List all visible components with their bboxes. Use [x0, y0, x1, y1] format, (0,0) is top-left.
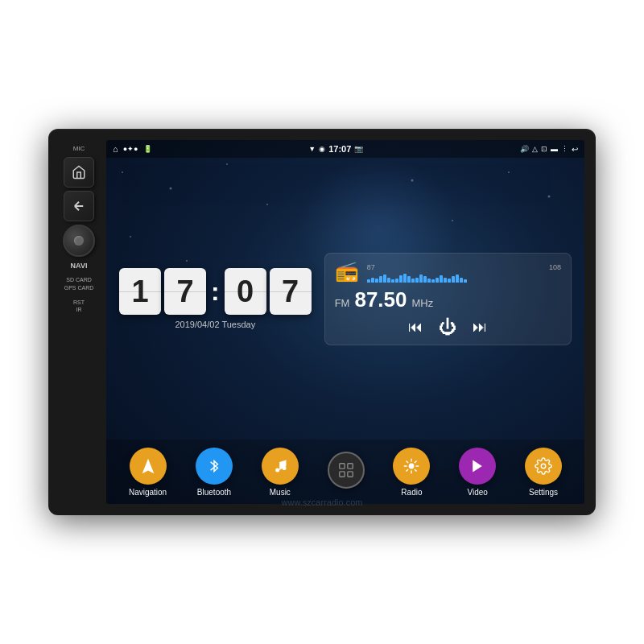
freq-bar	[383, 275, 386, 283]
app-label-video: Video	[468, 488, 488, 497]
app-navigation[interactable]: Navigation	[129, 448, 167, 497]
freq-bar	[456, 275, 459, 283]
freq-bar	[427, 279, 431, 283]
sd-gps-labels: SD CARD GPS CARD	[64, 276, 94, 292]
min2-digit: 7	[270, 268, 312, 315]
app-circle-music	[262, 448, 299, 485]
freq-bar	[444, 278, 447, 283]
status-box-icon: ⊡	[541, 145, 547, 153]
freq-bar	[367, 279, 370, 283]
freq-bar	[371, 278, 374, 283]
app-menu[interactable]	[328, 452, 365, 492]
app-label-navigation: Navigation	[129, 488, 167, 497]
status-battery-icon: 🔋	[143, 145, 152, 153]
fm-label: FM	[335, 297, 350, 309]
status-home-icon: ⌂	[113, 144, 118, 154]
left-panel: MIC NAVI SD CARD GPS CARD RST IR	[55, 145, 103, 499]
rst-ir-labels: RST IR	[73, 299, 85, 315]
next-button[interactable]: ⏭	[473, 319, 487, 336]
clock-separator: :	[211, 277, 220, 307]
freq-bar	[419, 275, 423, 283]
app-video[interactable]: Video	[459, 448, 496, 497]
freq-bar	[375, 279, 378, 283]
status-wifi-icon: ▼	[308, 145, 316, 153]
freq-bar	[440, 275, 443, 282]
app-circle-menu	[328, 452, 365, 489]
freq-scale: 87 108	[367, 263, 561, 271]
car-radio-device: MIC NAVI SD CARD GPS CARD RST IR	[48, 129, 596, 515]
freq-bar	[391, 279, 394, 283]
svg-rect-15	[347, 472, 352, 477]
back-button[interactable]	[64, 191, 94, 221]
radio-top: 📻 87 108	[335, 260, 561, 283]
power-button[interactable]: ⏻	[439, 317, 456, 338]
status-bar: ⌂ ●✦● 🔋 ▼ ◉ 17:07 📷 🔊 △ ⊡ ▬ ⋮ ↩	[106, 140, 584, 158]
clock-date: 2019/04/02 Tuesday	[119, 320, 312, 329]
status-time: 17:07	[328, 144, 351, 154]
freq-bar	[403, 274, 407, 283]
freq-bar	[460, 278, 463, 283]
app-circle-settings	[525, 448, 562, 485]
app-circle-navigation	[130, 448, 167, 485]
app-label-settings: Settings	[529, 488, 558, 497]
freq-bar	[387, 278, 390, 283]
status-up-icon: △	[532, 145, 538, 153]
hour2-digit: 7	[164, 268, 206, 315]
screen-bezel: ⌂ ●✦● 🔋 ▼ ◉ 17:07 📷 🔊 △ ⊡ ▬ ⋮ ↩	[106, 140, 584, 504]
freq-bar	[423, 276, 427, 282]
clock-widget: 1 7 : 0 7 2019/04/02 Tuesday	[119, 268, 312, 329]
svg-marker-17	[473, 460, 482, 472]
app-bluetooth[interactable]: Bluetooth	[196, 448, 233, 497]
app-label-bluetooth: Bluetooth	[197, 488, 231, 497]
svg-rect-12	[339, 464, 344, 469]
flip-clock: 1 7 : 0 7	[119, 268, 312, 315]
svg-rect-14	[339, 472, 344, 477]
main-screen: ⌂ ●✦● 🔋 ▼ ◉ 17:07 📷 🔊 △ ⊡ ▬ ⋮ ↩	[106, 140, 584, 504]
radio-freq-bar: 87 108	[367, 263, 561, 279]
freq-bar	[379, 276, 382, 282]
freq-bars	[367, 273, 561, 283]
status-vol-icon: 🔊	[520, 145, 529, 153]
prev-button[interactable]: ⏮	[408, 319, 423, 336]
status-camera-icon: 📷	[354, 145, 363, 153]
app-music[interactable]: Music	[262, 448, 299, 497]
status-back-icon: ↩	[572, 145, 578, 154]
freq-number: 87.50	[354, 287, 407, 312]
freq-bar	[407, 276, 411, 282]
navi-label: NAVI	[71, 262, 88, 270]
svg-point-10	[275, 468, 279, 472]
status-minus-icon: ▬	[551, 145, 558, 153]
volume-knob[interactable]	[63, 225, 95, 257]
freq-bar	[431, 279, 435, 283]
app-grid: NavigationBluetoothMusic RadioVideoSetti…	[106, 440, 584, 504]
status-dots-icon: ⋮	[561, 145, 568, 153]
app-circle-radio	[393, 448, 430, 485]
svg-point-18	[541, 464, 546, 469]
radio-station-icon: 📻	[335, 260, 359, 283]
svg-point-16	[410, 464, 415, 469]
home-button[interactable]	[64, 157, 94, 188]
main-content-area: 1 7 : 0 7 2019/04/02 Tuesday 📻 87	[106, 158, 584, 440]
status-bt-icon: ●✦●	[123, 145, 138, 153]
radio-controls: ⏮ ⏻ ⏭	[335, 317, 561, 338]
app-circle-bluetooth	[196, 448, 233, 485]
freq-bar	[415, 278, 419, 283]
hour1-digit: 1	[119, 268, 161, 315]
freq-bar	[411, 279, 415, 283]
freq-bar	[448, 279, 451, 283]
app-label-radio: Radio	[401, 488, 422, 497]
app-radio[interactable]: Radio	[393, 448, 430, 497]
app-label-music: Music	[270, 488, 291, 497]
freq-scale-start: 87	[367, 263, 375, 271]
freq-scale-end: 108	[549, 263, 561, 271]
status-left-icons: ⌂ ●✦● 🔋	[113, 144, 152, 154]
freq-bar	[395, 279, 398, 283]
status-center: ▼ ◉ 17:07 📷	[308, 144, 363, 154]
app-settings[interactable]: Settings	[525, 448, 562, 497]
freq-bar	[464, 279, 467, 283]
freq-bar	[399, 275, 402, 282]
min1-digit: 0	[225, 268, 266, 315]
freq-bar	[452, 276, 455, 282]
mhz-label: MHz	[412, 297, 434, 309]
mic-label: MIC	[73, 145, 85, 152]
